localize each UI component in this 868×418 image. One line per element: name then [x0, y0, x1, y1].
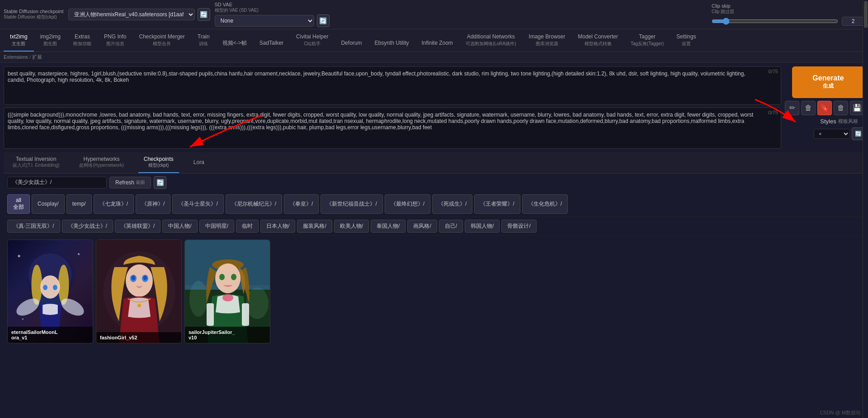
tab-img2img[interactable]: img2img 图生图: [34, 29, 67, 52]
tab-model-converter[interactable]: Model Converter 模型格式转换: [571, 29, 624, 52]
cat-wangzhe[interactable]: 《王者荣耀》/: [474, 194, 520, 214]
lora-cycle-btn[interactable]: 🔄: [154, 176, 166, 189]
lora-tab-hypernetworks[interactable]: Hypernetworks 超网络(Hypernetwork): [74, 152, 129, 173]
styles-sub: 模板风格: [838, 118, 858, 125]
cat-meihua[interactable]: 《美少女战士》/: [62, 220, 113, 233]
tab-train[interactable]: Train 训练: [191, 29, 216, 52]
cat-nierji[interactable]: 《尼尔机械纪元》/: [226, 194, 282, 214]
generate-sub: 生成: [823, 82, 834, 90]
checkpoint-selector: 亚洲人物\henmixReal_v40.safetensors [d1aaf7]…: [68, 8, 210, 21]
lora-card-fashion-girl[interactable]: fashionGirl_v52: [96, 240, 182, 343]
tab-settings[interactable]: Settings 设置: [670, 29, 702, 52]
cat-yuanshen[interactable]: 《原神》/: [136, 194, 170, 214]
cat-shengdou[interactable]: 《圣斗士星矢》/: [172, 194, 223, 214]
positive-prompt-input[interactable]: best quality, masterpiece, highres, 1gir…: [4, 67, 781, 103]
svg-point-15: [126, 264, 153, 297]
lora-card-sailor-jupiter[interactable]: sailorJupiterSailor_v10: [184, 240, 270, 343]
lora-tab-lora[interactable]: Lora: [188, 155, 210, 170]
negative-prompt-container: 0/75 (((simple background))),monochrome …: [4, 108, 781, 149]
tab-image-browser[interactable]: Image Browser 图库浏览器: [523, 29, 572, 52]
toolbar-row: ✏ 🗑 🔖 🗑 💾: [785, 101, 864, 115]
tab-video[interactable]: 视频<->帧: [216, 36, 253, 52]
positive-prompt-counter: 0/75: [769, 69, 778, 74]
negative-prompt-input[interactable]: (((simple background))),monochrome ,lowr…: [4, 108, 781, 147]
lora-section: Textual Inversion 嵌入式(T.I. Embedding) Hy…: [4, 152, 864, 347]
refresh-button[interactable]: Refresh 刷新: [109, 177, 151, 188]
cat-hanguo[interactable]: 韩国人物/: [465, 220, 500, 233]
tab-png-info[interactable]: PNG Info 图片信息: [98, 29, 132, 52]
tab-ebsynth[interactable]: Ebsynth Utility: [368, 36, 415, 52]
cat-zhensanguo[interactable]: 《真·三国无双》/: [7, 220, 60, 233]
cat-all[interactable]: all全部: [7, 194, 30, 214]
checkpoint-select[interactable]: 亚洲人物\henmixReal_v40.safetensors [d1aaf7]: [68, 9, 195, 20]
trash-btn[interactable]: 🗑: [834, 101, 848, 115]
lora-search-input[interactable]: [7, 177, 107, 188]
cat-qilong[interactable]: 《七龙珠》/: [94, 194, 134, 214]
lora-card-label-fashion-girl: fashionGirl_v52: [96, 332, 181, 343]
scrollbar-thumb[interactable]: [864, 1, 868, 28]
prompt-right: Generate 生成 ✏ 🗑 🔖 🗑 💾 Styles 模板风格 ×: [785, 66, 864, 149]
extensions-bar: Extensions / 扩展: [0, 52, 868, 63]
cat-yingxiong[interactable]: 《英雄联盟》/: [115, 220, 160, 233]
tab-sadtalker[interactable]: SadTalker: [253, 36, 290, 52]
nav-tabs: txt2img 文生图 img2img 图生图 Extras 附加功能 PNG …: [0, 29, 868, 52]
svg-text:✦: ✦: [21, 317, 24, 321]
lora-card-label-sailor-jupiter: sailorJupiterSailor_v10: [185, 327, 270, 343]
styles-select[interactable]: ×: [814, 129, 850, 139]
image-grid: ✦ ✦ ✦ eternalSailorMoonLora_v1: [4, 236, 864, 347]
refresh-sub: 刷新: [136, 179, 145, 186]
tab-checkpoint-merger[interactable]: Checkpoint Merger 模型合并: [132, 29, 191, 52]
cat-oumei[interactable]: 欧美人物/: [334, 220, 369, 233]
negative-prompt-counter: 0/75: [769, 110, 778, 115]
lora-card-sailor-moon[interactable]: ✦ ✦ ✦ eternalSailorMoonLora_v1: [7, 240, 93, 343]
svg-rect-31: [207, 303, 214, 326]
right-scrollbar[interactable]: [863, 0, 868, 418]
lora-search-row: Refresh 刷新 🔄: [4, 174, 864, 192]
cat-gujia[interactable]: 骨骼设计/: [501, 220, 536, 233]
cat-xinshiji[interactable]: 《新世纪福音战士》/: [321, 194, 382, 214]
cat-huafeng[interactable]: 画风格/: [407, 220, 437, 233]
cat-fuzhuang[interactable]: 服装风格/: [297, 220, 332, 233]
edit-btn[interactable]: ✏: [785, 101, 799, 115]
delete-btn[interactable]: 🗑: [801, 101, 816, 115]
cat-riben[interactable]: 日本人物/: [260, 220, 295, 233]
top-bar: Stable Diffusion checkpoint Stable Diffu…: [0, 0, 868, 29]
lora-tab-textual-inversion[interactable]: Textual Inversion 嵌入式(T.I. Embedding): [7, 152, 65, 173]
tab-deforum[interactable]: Deforum: [335, 36, 368, 52]
clip-skip-value[interactable]: 2: [842, 17, 864, 26]
generate-button[interactable]: Generate 生成: [792, 66, 864, 98]
clip-skip-slider[interactable]: [712, 18, 838, 25]
cat-temp[interactable]: temp/: [66, 194, 92, 214]
svg-point-20: [137, 304, 141, 307]
cat-shenghua[interactable]: 《生化危机》/: [522, 194, 568, 214]
cat-quanwang[interactable]: 《拳皇》/: [284, 194, 319, 214]
svg-point-27: [215, 263, 241, 293]
cat-zuizhong[interactable]: 《最终幻想》/: [385, 194, 430, 214]
tab-civitai[interactable]: Civitai Helper C站助手: [290, 29, 335, 52]
bookmark-btn[interactable]: 🔖: [817, 101, 832, 115]
cat-ziji[interactable]: 自己/: [439, 220, 463, 233]
extensions-label[interactable]: Extensions: [4, 54, 28, 60]
vae-refresh-btn[interactable]: 🔄: [317, 14, 330, 27]
svg-rect-32: [242, 303, 249, 326]
tab-tagger[interactable]: Tagger Tag反推(Tagger): [624, 29, 670, 52]
cat-linshi[interactable]: 临时: [236, 220, 259, 233]
cat-mingxing[interactable]: 中国明星/: [199, 220, 234, 233]
lora-tab-checkpoints[interactable]: Checkpoints 模型(ckpt): [138, 152, 179, 173]
checkpoint-label-bottom: Stable Diffusion 模型(ckpt): [4, 14, 64, 20]
checkpoint-refresh-btn[interactable]: 🔄: [198, 8, 210, 21]
cat-taiguo[interactable]: 泰国人物/: [371, 220, 406, 233]
svg-point-6: [43, 285, 47, 290]
tab-infinite-zoom[interactable]: Infinite Zoom: [415, 36, 459, 52]
category-row-2: 《真·三国无双》/ 《美少女战士》/ 《英雄联盟》/ 中国人物/ 中国明星/ 临…: [4, 217, 864, 236]
cat-cosplay[interactable]: Cosplay/: [32, 194, 65, 214]
vae-select[interactable]: None: [215, 15, 314, 27]
cat-zhongguo[interactable]: 中国人物/: [162, 220, 197, 233]
tab-txt2img[interactable]: txt2img 文生图: [4, 29, 34, 52]
tab-extras[interactable]: Extras 附加功能: [67, 29, 98, 52]
cat-sihuo[interactable]: 《死或生》/: [432, 194, 472, 214]
svg-point-29: [231, 274, 236, 280]
main-content: 0/75 best quality, masterpiece, highres,…: [0, 63, 868, 351]
tab-additional-networks[interactable]: Additional Networks 可选附加网络(LoRA插件): [459, 29, 523, 52]
lora-tabs: Textual Inversion 嵌入式(T.I. Embedding) Hy…: [4, 152, 864, 174]
